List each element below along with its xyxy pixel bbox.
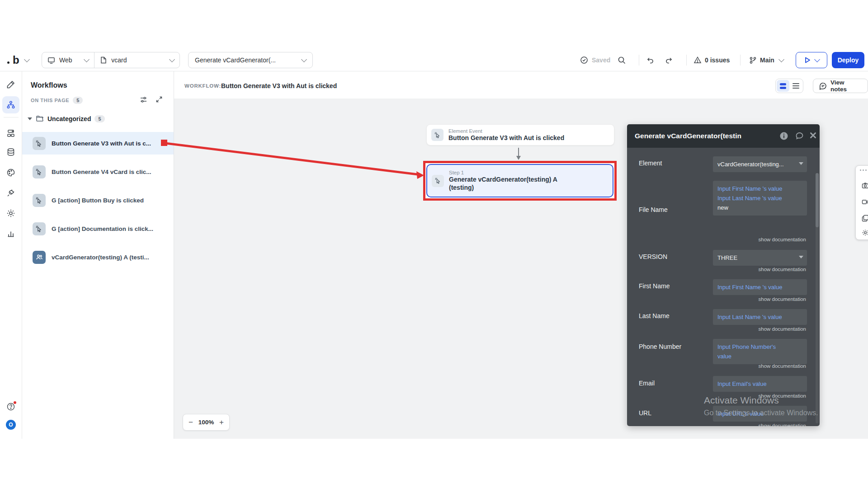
workflow-tab-icon[interactable]: [2, 96, 19, 113]
workflow-item-label: Button Generate V3 with Aut is c...: [52, 140, 151, 147]
rows-icon: [780, 83, 786, 85]
event-card[interactable]: Element Event Button Generate V3 with Au…: [426, 124, 614, 145]
dynamic-expression[interactable]: Input Last Name 's value: [717, 312, 802, 322]
phone-expression[interactable]: Input Phone Number's value: [713, 339, 807, 364]
toolbar-divider: [639, 55, 639, 66]
page-label: vcard: [111, 56, 127, 64]
action-icon: [432, 175, 444, 187]
static-text: new: [717, 203, 802, 212]
zoom-level: 100%: [198, 419, 214, 426]
comment-icon[interactable]: [795, 131, 804, 141]
search-button[interactable]: [618, 49, 626, 71]
show-documentation-link[interactable]: show documentation: [759, 393, 806, 399]
left-nav-rail: O: [0, 71, 22, 439]
info-icon[interactable]: [779, 131, 788, 141]
field-label: First Name: [639, 282, 670, 290]
file-name-expression[interactable]: Input First Name 's value Input Last Nam…: [713, 181, 807, 216]
view-notes-label: View notes: [830, 79, 862, 93]
zoom-in-button[interactable]: +: [219, 418, 224, 426]
logs-chart-icon[interactable]: [7, 230, 15, 238]
card-view-toggle[interactable]: [777, 80, 789, 92]
camera-icon[interactable]: [862, 182, 868, 189]
workflow-list-item[interactable]: Button Generate V3 with Aut is c...: [22, 132, 174, 155]
action-properties-panel: Generate vCardGenerator(testin Element v…: [627, 124, 820, 426]
properties-panel-title: Generate vCardGenerator(testin: [635, 132, 770, 140]
workflow-list-item[interactable]: Button Generate V4 vCard is clic...: [22, 160, 174, 183]
workflow-list-item[interactable]: G [action] Documentation is click...: [22, 217, 174, 240]
reusable-elements-icon[interactable]: [6, 129, 15, 138]
workflow-list: Button Generate V3 with Aut is c... Butt…: [22, 132, 174, 274]
element-dropdown[interactable]: vCardGenerator(testing...: [713, 156, 807, 172]
show-documentation-link[interactable]: show documentation: [759, 423, 806, 426]
preview-run-button[interactable]: [796, 52, 827, 68]
show-documentation-link[interactable]: show documentation: [759, 237, 806, 242]
workflow-item-label: G [action] Documentation is click...: [52, 225, 153, 232]
undo-button[interactable]: [646, 49, 654, 71]
zoom-control: − 100% +: [183, 414, 230, 431]
step-card-title: Generate vCardGenerator(testing) A (test…: [449, 176, 557, 191]
step-card[interactable]: Step 1 Generate vCardGenerator(testing) …: [426, 164, 613, 197]
workflow-list-item[interactable]: vCardGenerator(testing) A (testi...: [22, 246, 174, 268]
data-database-icon[interactable]: [7, 148, 15, 157]
dynamic-expression[interactable]: Input Phone Number's value: [717, 342, 785, 361]
app-menu[interactable]: b: [7, 49, 29, 71]
dynamic-expression[interactable]: Input First Name 's value: [717, 282, 802, 292]
dynamic-expression[interactable]: Input URL's value: [717, 409, 802, 418]
scrollbar-thumb[interactable]: [816, 173, 819, 227]
deploy-button[interactable]: Deploy: [832, 52, 864, 68]
drag-handle-icon[interactable]: [860, 169, 867, 171]
folder-uncategorized[interactable]: Uncategorized 5: [28, 115, 105, 123]
chevron-down-icon: [169, 56, 175, 62]
workflow-selector-value: Generate vCardGenerator(...: [195, 56, 276, 64]
bubble-logo: b: [13, 54, 19, 66]
issues-count: 0 issues: [705, 56, 730, 64]
gear-icon[interactable]: [862, 229, 868, 236]
platform-label: Web: [59, 56, 72, 64]
click-event-icon: [33, 137, 46, 150]
video-camera-icon[interactable]: [862, 198, 868, 206]
view-notes-button[interactable]: View notes: [813, 79, 868, 93]
on-this-page-section: ON THIS PAGE 5: [31, 97, 83, 104]
field-label: Last Name: [639, 312, 670, 319]
show-documentation-link[interactable]: show documentation: [759, 363, 806, 369]
layers-icon[interactable]: [862, 215, 868, 222]
settings-gear-icon[interactable]: [6, 209, 15, 218]
hamburger-icon: [793, 85, 799, 86]
issues-button[interactable]: 0 issues: [693, 49, 730, 71]
help-icon[interactable]: [6, 402, 15, 411]
properties-panel-header[interactable]: Generate vCardGenerator(testin: [627, 124, 820, 148]
email-expression[interactable]: Input Email's value: [713, 376, 807, 392]
dynamic-expression[interactable]: Input First Name 's value: [717, 184, 802, 193]
show-documentation-link[interactable]: show documentation: [759, 296, 806, 302]
version-dropdown[interactable]: THREE: [713, 250, 807, 266]
expand-icon[interactable]: [156, 96, 163, 103]
show-documentation-link[interactable]: show documentation: [759, 267, 806, 272]
user-avatar[interactable]: O: [6, 420, 16, 430]
first-name-expression[interactable]: Input First Name 's value: [713, 279, 807, 295]
close-icon[interactable]: [809, 131, 817, 139]
workflow-selector-dropdown[interactable]: Generate vCardGenerator(...: [188, 52, 313, 68]
folder-name: Uncategorized: [47, 115, 91, 122]
show-documentation-link[interactable]: show documentation: [759, 326, 806, 332]
dynamic-expression[interactable]: Input Last Name 's value: [717, 193, 802, 203]
platform-dropdown[interactable]: Web: [42, 52, 94, 68]
dynamic-expression[interactable]: Input Email's value: [717, 379, 802, 389]
branch-dropdown[interactable]: Main: [749, 49, 783, 71]
element-dropdown-value: vCardGenerator(testing...: [717, 161, 784, 168]
play-icon: [804, 56, 811, 64]
workflow-list-item[interactable]: G [action] Button Buy is clicked: [22, 189, 174, 211]
redo-button[interactable]: [665, 49, 674, 71]
panel-scrollbar[interactable]: [816, 173, 819, 423]
list-view-toggle[interactable]: [789, 80, 802, 92]
styles-palette-icon[interactable]: [7, 169, 15, 177]
design-pencil-icon[interactable]: [7, 80, 15, 89]
zoom-out-button[interactable]: −: [189, 418, 193, 426]
toolbar-divider: [740, 55, 741, 66]
url-expression[interactable]: Input URL's value: [713, 406, 807, 422]
filter-sliders-icon[interactable]: [140, 96, 147, 103]
last-name-expression[interactable]: Input Last Name 's value: [713, 309, 807, 325]
page-dropdown[interactable]: vcard: [94, 52, 179, 68]
chevron-down-icon: [799, 162, 803, 165]
plugins-plug-icon[interactable]: [7, 189, 15, 197]
folder-count: 5: [94, 115, 104, 122]
